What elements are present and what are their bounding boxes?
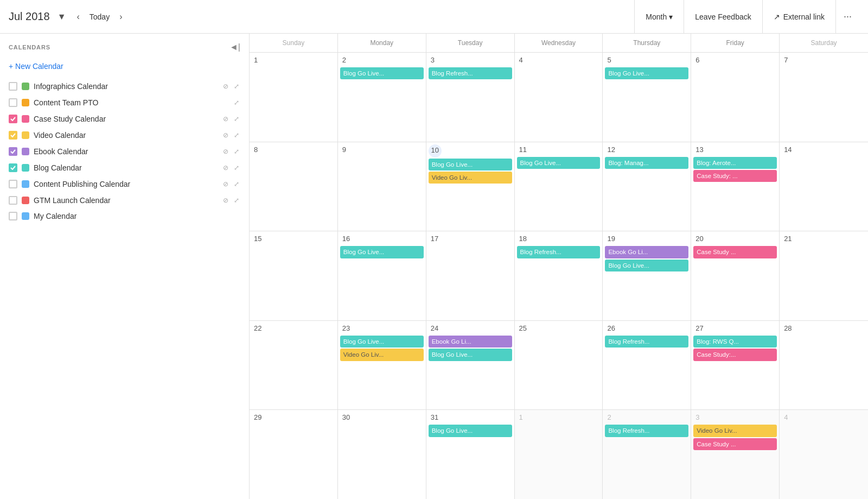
event-3-4-0[interactable]: Blog Refresh... xyxy=(605,336,688,348)
day-cell-2-1[interactable]: 16Blog Go Live... xyxy=(338,231,426,320)
day-cell-1-3[interactable]: 11Blog Go Live... xyxy=(515,142,603,231)
event-3-5-1[interactable]: Case Study:... xyxy=(693,349,777,361)
event-4-5-1[interactable]: Case Study ... xyxy=(693,438,777,450)
filter-icon-blog[interactable]: ⊘ xyxy=(222,163,229,173)
calendar-checkbox-infographics[interactable] xyxy=(9,82,17,91)
calendar-checkbox-gtm-launch[interactable] xyxy=(9,196,17,205)
day-cell-2-5[interactable]: 20Case Study ... xyxy=(691,231,780,320)
event-3-1-0[interactable]: Blog Go Live... xyxy=(340,336,424,348)
event-2-5-0[interactable]: Case Study ... xyxy=(693,246,777,258)
day-cell-4-1[interactable]: 30 xyxy=(338,410,426,499)
sidebar-item-video[interactable]: Video Calendar⊘⤢ xyxy=(0,127,249,143)
next-button[interactable]: › xyxy=(116,10,125,24)
event-4-5-0[interactable]: Video Go Liv... xyxy=(693,425,777,437)
day-cell-3-3[interactable]: 25 xyxy=(515,321,603,410)
day-cell-3-5[interactable]: 27Blog: RWS Q...Case Study:... xyxy=(691,321,780,410)
external-link-button[interactable]: ↗ External link xyxy=(762,0,835,34)
share-icon-content-pto[interactable]: ⤢ xyxy=(233,98,240,108)
event-0-4-0[interactable]: Blog Go Live... xyxy=(605,67,688,79)
day-cell-2-4[interactable]: 19Ebook Go Li...Blog Go Live... xyxy=(603,231,691,320)
more-options-button[interactable]: ··· xyxy=(835,0,859,34)
filter-icon-ebook[interactable]: ⊘ xyxy=(222,147,229,156)
sidebar-item-content-publishing[interactable]: Content Publishing Calendar⊘⤢ xyxy=(0,176,249,192)
calendar-checkbox-content-publishing[interactable] xyxy=(9,180,17,188)
day-cell-4-5[interactable]: 3Video Go Liv...Case Study ... xyxy=(691,410,780,499)
day-cell-0-5[interactable]: 6 xyxy=(691,53,780,142)
event-1-2-0[interactable]: Blog Go Live... xyxy=(429,159,512,170)
day-cell-2-3[interactable]: 18Blog Refresh... xyxy=(515,231,603,320)
share-icon-gtm-launch[interactable]: ⤢ xyxy=(233,195,240,205)
day-cell-1-2[interactable]: 10Blog Go Live...Video Go Liv... xyxy=(426,142,515,231)
event-2-4-0[interactable]: Ebook Go Li... xyxy=(605,246,688,258)
filter-icon-content-publishing[interactable]: ⊘ xyxy=(222,179,229,189)
event-3-2-0[interactable]: Ebook Go Li... xyxy=(429,336,512,348)
sidebar-item-gtm-launch[interactable]: GTM Launch Calendar⊘⤢ xyxy=(0,192,249,209)
share-icon-case-study[interactable]: ⤢ xyxy=(233,114,240,124)
day-cell-1-1[interactable]: 9 xyxy=(338,142,426,231)
event-3-1-1[interactable]: Video Go Liv... xyxy=(340,349,424,361)
sidebar-item-blog[interactable]: Blog Calendar⊘⤢ xyxy=(0,160,249,176)
calendar-checkbox-content-pto[interactable] xyxy=(9,98,17,107)
day-cell-2-0[interactable]: 15 xyxy=(250,231,338,320)
day-cell-2-6[interactable]: 21 xyxy=(780,231,868,320)
day-cell-0-0[interactable]: 1 xyxy=(250,53,338,142)
event-0-1-0[interactable]: Blog Go Live... xyxy=(340,67,424,79)
today-button[interactable]: Today xyxy=(85,10,114,23)
event-2-4-1[interactable]: Blog Go Live... xyxy=(605,260,688,271)
month-view-button[interactable]: Month ▾ xyxy=(634,0,684,34)
sidebar-item-content-pto[interactable]: Content Team PTO⤢ xyxy=(0,94,249,111)
month-dropdown-button[interactable]: ▼ xyxy=(54,10,69,24)
sidebar-item-case-study[interactable]: Case Study Calendar⊘⤢ xyxy=(0,111,249,127)
sidebar-item-infographics[interactable]: Infographics Calendar⊘⤢ xyxy=(0,78,249,94)
prev-button[interactable]: ‹ xyxy=(73,10,82,24)
event-1-5-1[interactable]: Case Study: ... xyxy=(693,170,777,182)
day-cell-1-0[interactable]: 8 xyxy=(250,142,338,231)
share-icon-video[interactable]: ⤢ xyxy=(233,130,240,140)
day-cell-1-5[interactable]: 13Blog: Aerote...Case Study: ... xyxy=(691,142,780,231)
day-cell-4-3[interactable]: 1 xyxy=(515,410,603,499)
share-icon-content-publishing[interactable]: ⤢ xyxy=(233,179,240,189)
event-2-3-0[interactable]: Blog Refresh... xyxy=(517,246,601,258)
calendar-checkbox-blog[interactable] xyxy=(9,163,17,172)
event-1-5-0[interactable]: Blog: Aerote... xyxy=(693,157,777,169)
share-icon-blog[interactable]: ⤢ xyxy=(233,163,240,173)
day-cell-3-4[interactable]: 26Blog Refresh... xyxy=(603,321,691,410)
calendar-checkbox-ebook[interactable] xyxy=(9,147,17,156)
day-cell-1-6[interactable]: 14 xyxy=(780,142,868,231)
event-1-2-1[interactable]: Video Go Liv... xyxy=(429,172,512,184)
new-calendar-button[interactable]: + New Calendar xyxy=(0,59,72,78)
day-cell-1-4[interactable]: 12Blog: Manag... xyxy=(603,142,691,231)
calendar-checkbox-video[interactable] xyxy=(9,131,17,140)
filter-icon-case-study[interactable]: ⊘ xyxy=(222,114,229,124)
calendar-checkbox-my-calendar[interactable] xyxy=(9,212,17,220)
day-cell-0-3[interactable]: 4 xyxy=(515,53,603,142)
collapse-sidebar-button[interactable]: ◄| xyxy=(229,42,240,52)
calendar-checkbox-case-study[interactable] xyxy=(9,115,17,123)
leave-feedback-button[interactable]: Leave Feedback xyxy=(684,0,762,34)
day-cell-4-4[interactable]: 2Blog Refresh... xyxy=(603,410,691,499)
day-cell-0-6[interactable]: 7 xyxy=(780,53,868,142)
day-cell-4-0[interactable]: 29 xyxy=(250,410,338,499)
event-1-4-0[interactable]: Blog: Manag... xyxy=(605,157,688,169)
filter-icon-gtm-launch[interactable]: ⊘ xyxy=(222,195,229,205)
event-3-2-1[interactable]: Blog Go Live... xyxy=(429,349,512,361)
share-icon-ebook[interactable]: ⤢ xyxy=(233,147,240,156)
sidebar-item-my-calendar[interactable]: My Calendar xyxy=(0,209,249,224)
share-icon-infographics[interactable]: ⤢ xyxy=(233,81,240,91)
event-4-4-0[interactable]: Blog Refresh... xyxy=(605,425,688,437)
day-cell-0-4[interactable]: 5Blog Go Live... xyxy=(603,53,691,142)
filter-icon-infographics[interactable]: ⊘ xyxy=(222,81,229,91)
day-cell-0-1[interactable]: 2Blog Go Live... xyxy=(338,53,426,142)
event-2-1-0[interactable]: Blog Go Live... xyxy=(340,246,424,258)
day-cell-3-1[interactable]: 23Blog Go Live...Video Go Liv... xyxy=(338,321,426,410)
event-0-2-0[interactable]: Blog Refresh... xyxy=(429,67,512,79)
day-cell-3-6[interactable]: 28 xyxy=(780,321,868,410)
day-cell-2-2[interactable]: 17 xyxy=(426,231,515,320)
sidebar-item-ebook[interactable]: Ebook Calendar⊘⤢ xyxy=(0,143,249,160)
day-cell-0-2[interactable]: 3Blog Refresh... xyxy=(426,53,515,142)
day-cell-3-0[interactable]: 22 xyxy=(250,321,338,410)
event-4-2-0[interactable]: Blog Go Live... xyxy=(429,425,512,437)
day-cell-3-2[interactable]: 24Ebook Go Li...Blog Go Live... xyxy=(426,321,515,410)
event-1-3-0[interactable]: Blog Go Live... xyxy=(517,157,601,169)
day-cell-4-2[interactable]: 31Blog Go Live... xyxy=(426,410,515,499)
